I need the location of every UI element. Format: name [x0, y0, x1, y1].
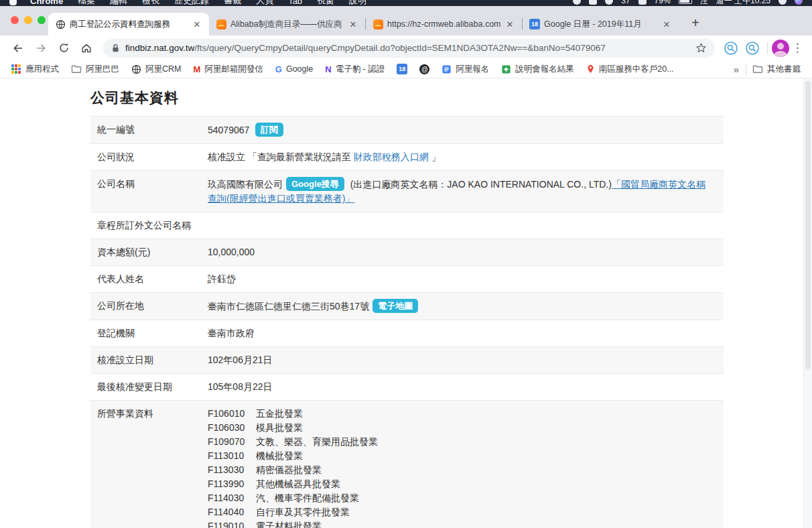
tab-findbiz[interactable]: 商工登記公示資料查詢服務 ✕ — [48, 13, 209, 36]
close-window-button[interactable] — [11, 16, 19, 24]
uniform-number-value: 54079067 — [208, 125, 249, 135]
status-text: 核准設立 「查詢最新營業狀況請至 — [208, 151, 354, 162]
status-app-icon[interactable] — [605, 0, 613, 5]
close-tab-icon[interactable]: ✕ — [661, 19, 672, 29]
address-value: 臺南市仁德區仁德里仁德三街50巷17號 — [208, 301, 369, 312]
business-item: F113990其他機械器具批發業 — [208, 477, 714, 491]
menu-help[interactable]: 說明 — [349, 0, 366, 6]
back-icon[interactable] — [7, 38, 29, 58]
map-pin-icon — [586, 64, 595, 74]
status-input-method[interactable]: 注 — [700, 0, 708, 6]
other-bookmarks[interactable]: 其他書籤 — [746, 64, 807, 75]
apple-menu-icon[interactable] — [9, 0, 17, 5]
status-clock[interactable]: 週一 上午10:25 — [716, 0, 770, 6]
bookmark-newsleopard[interactable]: N 電子豹 - 認證 — [319, 64, 391, 75]
page-title: 公司基本資料 — [90, 88, 812, 107]
close-tab-icon[interactable]: ✕ — [504, 19, 515, 29]
scrollbar-thumb[interactable] — [805, 81, 811, 369]
row-label: 公司狀況 — [97, 150, 208, 164]
bookmarks-overflow-chevron[interactable]: » — [727, 64, 746, 75]
tab-hz-crmweb[interactable]: https://hz-crmweb.alibaba.com ✕ — [366, 13, 522, 36]
globe-icon — [131, 64, 141, 74]
row-label: 代表人姓名 — [97, 272, 208, 286]
reload-icon[interactable] — [52, 38, 75, 58]
address-bar[interactable]: findbiz.nat.gov.tw /fts/query/QueryCmpyD… — [103, 39, 715, 58]
macos-menu-bar: Chrome 檔案 編輯 檢視 歷史記錄 書籤 人員 Tab 視窗 說明 37 … — [0, 0, 812, 6]
bookmark-star-icon[interactable] — [695, 42, 707, 54]
e-map-button[interactable]: 電子地圖 — [373, 299, 418, 313]
row-label: 最後核准變更日期 — [97, 380, 208, 394]
english-name-text: (出進口廠商英文名稱：JAO KAO INTERNATIONAL CO., LT… — [348, 179, 612, 190]
newsletter-n-icon: N — [325, 64, 331, 74]
menu-bookmarks[interactable]: 書籤 — [224, 0, 241, 6]
establish-date-value: 102年06月21日 — [208, 353, 724, 367]
menu-edit[interactable]: 編輯 — [110, 0, 127, 6]
zoom-window-button[interactable] — [38, 16, 46, 24]
business-item: F114030汽、機車零件配備批發業 — [208, 491, 714, 505]
status-dropbox-icon[interactable] — [589, 0, 597, 5]
extension-search-icon[interactable] — [722, 40, 740, 57]
bookmark-ali-crm[interactable]: 阿里CRM — [125, 64, 187, 75]
plus-green-icon — [501, 64, 511, 74]
foreign-name-value — [208, 218, 724, 233]
subscribe-button[interactable]: 訂閱 — [255, 123, 283, 137]
menu-people[interactable]: 人員 — [256, 0, 273, 6]
table-row-address: 公司所在地 臺南市仁德區仁德里仁德三街50巷17號電子地圖 — [90, 293, 724, 320]
extension-search-icon-2[interactable] — [744, 40, 761, 57]
https-lock-icon[interactable] — [111, 44, 120, 53]
siri-icon[interactable] — [795, 0, 803, 5]
bookmark-south-service[interactable]: 南區服務中客戶20... — [580, 64, 680, 75]
toolbar-separator — [767, 42, 768, 54]
table-row-last-change-date: 最後核准變更日期 105年08月22日 — [90, 374, 724, 401]
table-row-representative: 代表人姓名 許鈺岱 — [90, 266, 724, 293]
status-display-icon[interactable] — [638, 0, 647, 5]
menu-history[interactable]: 歷史記錄 — [174, 0, 209, 6]
tab-title: 商工登記公示資料查詢服務 — [70, 19, 188, 30]
chrome-menu-icon[interactable]: ⋮ — [789, 41, 805, 55]
bookmark-ali-signup[interactable]: 阿里報名 — [435, 64, 495, 75]
spotlight-search-icon[interactable] — [779, 0, 787, 5]
menu-view[interactable]: 檢視 — [142, 0, 159, 6]
row-label: 所營事業資料 — [97, 407, 208, 528]
home-icon[interactable] — [75, 38, 98, 58]
table-row-registry: 登記機關 臺南市政府 — [90, 320, 724, 347]
tax-portal-link[interactable]: 財政部稅務入口網 — [354, 151, 429, 162]
bookmark-at[interactable]: @ — [413, 64, 435, 74]
status-shield-icon[interactable] — [573, 0, 581, 5]
table-row-uniform-number: 統一編號 54079067 訂閱 — [90, 117, 724, 144]
menu-tab[interactable]: Tab — [288, 0, 302, 6]
bookmark-folder-alibaba[interactable]: 阿里巴巴 — [65, 64, 125, 75]
bookmark-seminar-results[interactable]: 說明會報名結果 — [495, 64, 580, 75]
row-label: 公司名稱 — [97, 177, 208, 206]
table-row-foreign-name: 章程所訂外文公司名稱 — [90, 212, 724, 239]
menu-file[interactable]: 檔案 — [78, 0, 95, 6]
close-tab-icon[interactable]: ✕ — [348, 19, 358, 29]
status-notification-count[interactable]: 37 — [621, 0, 630, 5]
row-label: 公司所在地 — [97, 299, 208, 314]
mail-m-icon: M — [193, 64, 200, 74]
minimize-window-button[interactable] — [24, 16, 32, 24]
bookmarks-bar: 應用程式 阿里巴巴 阿里CRM M 阿里邮箱開發信 G Google N 電子豹… — [0, 60, 812, 78]
bookmark-apps[interactable]: 應用程式 — [5, 64, 65, 75]
globe-icon — [55, 19, 66, 29]
bookmark-google[interactable]: G Google — [269, 64, 319, 74]
bookmark-calendar[interactable]: 18 — [391, 64, 413, 74]
window-controls — [11, 16, 46, 24]
menu-window[interactable]: 視窗 — [317, 0, 334, 6]
tab-google-calendar[interactable]: 18 Google 日曆 - 2019年11月 ✕ — [523, 13, 679, 36]
status-suffix: 」 — [429, 151, 441, 162]
battery-icon[interactable] — [679, 0, 692, 4]
bookmark-ali-mail[interactable]: M 阿里邮箱開發信 — [187, 64, 269, 75]
url-path: /fts/query/QueryCmpyDetail/queryCmpyDeta… — [194, 43, 690, 53]
close-tab-icon[interactable]: ✕ — [192, 19, 202, 29]
new-tab-button[interactable]: + — [687, 15, 704, 31]
google-search-button[interactable]: Google搜尋 — [286, 177, 344, 191]
tab-alibaba-directory[interactable]: Alibaba制造商目录——供应商 ✕ — [209, 13, 365, 36]
forward-icon[interactable] — [29, 38, 52, 58]
calendar-icon: 18 — [529, 19, 540, 29]
page-scrollbar[interactable] — [803, 79, 812, 528]
profile-avatar[interactable] — [772, 40, 789, 57]
tab-title: https://hz-crmweb.alibaba.com — [387, 19, 500, 29]
business-item: F114040自行車及其零件批發業 — [208, 505, 714, 519]
menu-chrome[interactable]: Chrome — [30, 0, 63, 6]
